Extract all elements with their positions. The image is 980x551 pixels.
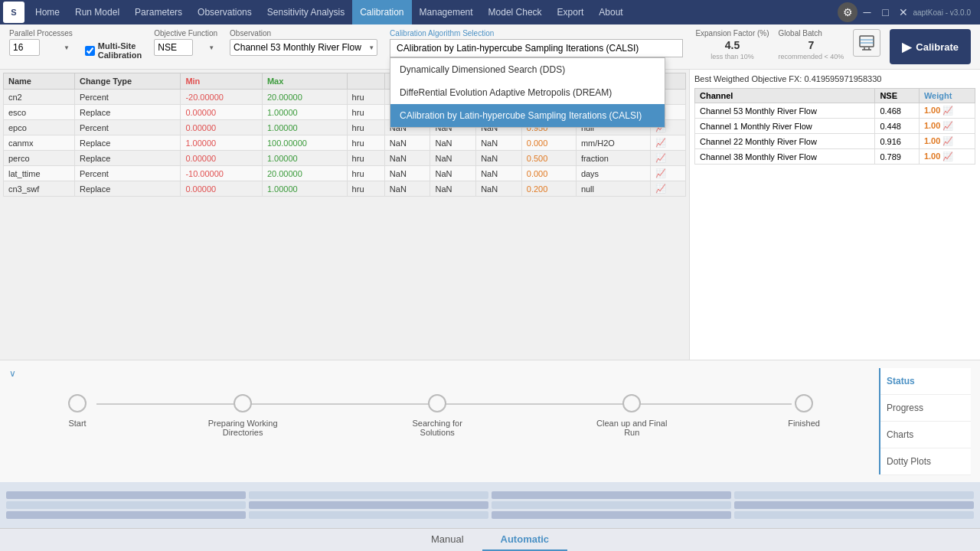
results-row: Channel 53 Monthly River Flow 0.468 1.00… (695, 103, 975, 119)
cell-action[interactable]: 📈 (650, 166, 685, 181)
cell-name: cn2 (4, 90, 75, 105)
cell-name: lat_ttime (4, 166, 75, 181)
nav-item-management[interactable]: Management (412, 0, 481, 24)
nav-item-run-model[interactable]: Run Model (67, 0, 127, 24)
multisite-checkbox[interactable] (85, 46, 95, 56)
objective-select[interactable]: NSE (154, 39, 193, 56)
nav-item-export[interactable]: Export (550, 0, 592, 24)
cell-action[interactable]: 📈 (650, 181, 685, 197)
close-button[interactable]: ✕ (894, 3, 913, 21)
step-circle (795, 394, 813, 412)
step-item: Start (68, 394, 87, 428)
progress-steps: Start Preparing Working Directories Sear… (9, 394, 879, 437)
bar-group-3 (492, 491, 731, 519)
step-label: Searching for Solutions (399, 419, 475, 437)
sidebar-item-progress[interactable]: Progress (880, 395, 971, 422)
results-col-weight: Weight (919, 89, 975, 103)
results-table: Channel NSE Weight Channel 53 Monthly Ri… (694, 88, 975, 165)
bottom-tab-manual[interactable]: Manual (413, 529, 482, 551)
cell-action[interactable]: 📈 (650, 135, 685, 151)
step-item: Preparing Working Directories (204, 394, 281, 437)
cell-change-type: Replace (74, 135, 180, 151)
steps-container: Start Preparing Working Directories Sear… (9, 394, 879, 437)
result-nse: 0.468 (875, 103, 920, 119)
cell-v3: NaN (476, 151, 522, 166)
cell-max: 20.00000 (262, 90, 347, 105)
results-section: Best Weigthed Objective FX: 0.4195959719… (689, 70, 980, 360)
bar-4-2 (734, 501, 974, 509)
global-batch-group: Global Batch 7 recommended < 40% (779, 29, 844, 60)
observation-select[interactable]: Channel 53 Monthly River Flow (230, 39, 377, 56)
cell-max: 1.00000 (262, 120, 347, 135)
step-item: Searching for Solutions (399, 394, 475, 437)
calibrate-button[interactable]: ▶ Calibrate (890, 29, 971, 64)
chart-icon-box[interactable] (853, 29, 880, 57)
collapse-button[interactable]: ∨ (9, 368, 879, 379)
multisite-checkbox-row: Multi-Site Calibration (85, 41, 142, 60)
nav-item-model-check[interactable]: Model Check (481, 0, 550, 24)
results-row: Channel 22 Monthly River Flow 0.916 1.00… (695, 134, 975, 149)
parallel-select[interactable]: 16 (9, 39, 40, 56)
step-label: Start (68, 419, 86, 428)
maximize-button[interactable]: □ (876, 3, 894, 21)
cell-unit: hru (347, 181, 384, 197)
result-channel: Channel 53 Monthly River Flow (695, 103, 875, 119)
play-icon: ▶ (902, 40, 911, 54)
bar-3-1 (492, 491, 731, 499)
right-controls: Expansion Factor (%) 4.5 less than 10% G… (695, 29, 971, 64)
results-row: Channel 1 Monthly River Flow 0.448 1.00 … (695, 119, 975, 134)
step-circle (68, 394, 87, 412)
cell-v3: NaN (476, 166, 522, 181)
result-chart-icon[interactable]: 📈 (942, 136, 953, 145)
result-nse: 0.916 (875, 134, 920, 149)
cell-min: 0.00000 (181, 120, 263, 135)
cell-action[interactable]: 📈 (650, 151, 685, 166)
chart-icon (858, 34, 875, 51)
results-col-channel: Channel (695, 89, 875, 103)
algo-section-label: Calibration Algorithm Selection (390, 29, 683, 37)
step-circle (234, 394, 252, 412)
bottom-tabs: ManualAutomatic (0, 528, 980, 551)
bar-2-1 (249, 491, 488, 499)
cell-max: 20.00000 (262, 166, 347, 181)
table-row: cn3_swf Replace 0.00000 1.00000 hru NaN … (4, 181, 686, 197)
nav-item-home[interactable]: Home (28, 0, 67, 24)
result-weight: 1.00 📈 (919, 103, 975, 119)
col-max: Max (262, 73, 347, 90)
parallel-select-wrapper: 16 (9, 39, 73, 56)
result-chart-icon[interactable]: 📈 (942, 152, 953, 161)
bar-1-1 (6, 491, 246, 499)
cell-name: cn3_swf (4, 181, 75, 197)
nav-item-about[interactable]: About (591, 0, 630, 24)
sidebar-item-dotty-plots[interactable]: Dotty Plots (880, 448, 971, 475)
cell-change-type: Replace (74, 105, 180, 120)
minimize-button[interactable]: ─ (858, 3, 876, 21)
cell-v2: NaN (430, 151, 476, 166)
sidebar-item-charts[interactable]: Charts (880, 422, 971, 448)
nav-item-calibration[interactable]: Calibration (352, 0, 411, 24)
top-controls: Parallel Processes 16 Multi-Site Calibra… (0, 24, 980, 70)
nav-item-parameters[interactable]: Parameters (127, 0, 190, 24)
result-channel: Channel 1 Monthly River Flow (695, 119, 875, 134)
step-label: Finished (788, 419, 820, 428)
bar-3-3 (492, 511, 731, 519)
bottom-tab-automatic[interactable]: Automatic (482, 529, 568, 551)
observation-label: Observation (230, 29, 377, 37)
calibrate-label: Calibrate (916, 41, 959, 53)
algo-selected-value[interactable]: CAlibration by Latin-hypercube Sampling … (390, 39, 683, 57)
nav-item-sensitivity-analysis[interactable]: Sensitivity Analysis (260, 0, 352, 24)
nav-item-observations[interactable]: Observations (190, 0, 260, 24)
bar-group-2 (249, 491, 488, 519)
algo-option-dds[interactable]: Dynamically Dimensioned Search (DDS) (390, 58, 665, 81)
settings-icon[interactable]: ⚙ (838, 2, 858, 22)
algo-option-calsi[interactable]: CAlibration by Latin-hypercube Sampling … (390, 104, 665, 127)
cell-change-type: Replace (74, 181, 180, 197)
bar-1-3 (6, 511, 246, 519)
sidebar-item-status[interactable]: Status (880, 368, 971, 395)
result-chart-icon[interactable]: 📈 (942, 106, 953, 115)
bottom-tabs-container: ManualAutomatic (413, 529, 567, 551)
cell-max: 1.00000 (262, 181, 347, 197)
result-chart-icon[interactable]: 📈 (942, 121, 953, 130)
col-unit (347, 73, 384, 90)
algo-option-dream[interactable]: DiffeRential Evolution Adaptive Metropol… (390, 81, 665, 104)
